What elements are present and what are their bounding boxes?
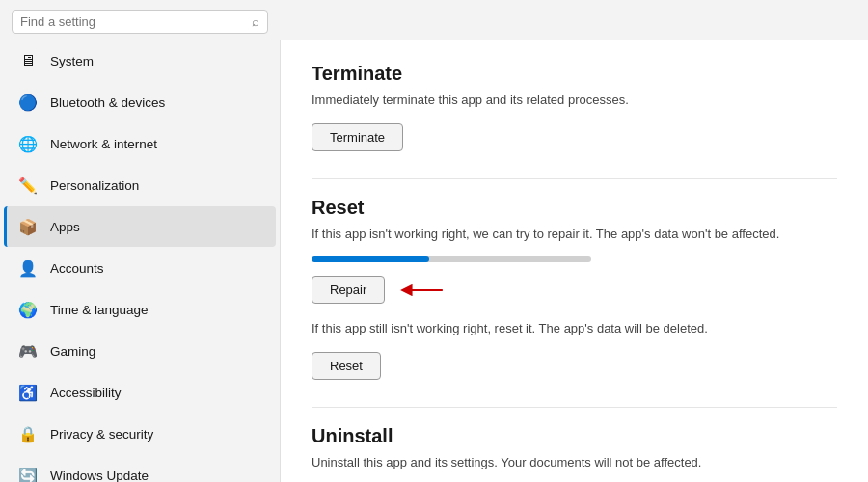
terminate-description: Immediately terminate this app and its r… <box>312 91 837 110</box>
sidebar-item-accounts[interactable]: 👤Accounts <box>4 248 276 288</box>
sidebar-item-apps[interactable]: 📦Apps <box>4 206 276 247</box>
time-icon: 🌍 <box>17 299 39 320</box>
main-layout: 🖥System🔵Bluetooth & devices🌐Network & in… <box>0 40 868 482</box>
accounts-icon: 👤 <box>17 257 39 279</box>
sidebar-label-accounts: Accounts <box>50 261 104 276</box>
reset-repair-description: If this app isn't working right, we can … <box>312 225 837 244</box>
sidebar-label-accessibility: Accessibility <box>50 386 122 400</box>
personalization-icon: ✏️ <box>17 174 39 196</box>
repair-row: Repair <box>312 276 837 304</box>
search-input-wrapper[interactable]: ⌕ <box>12 10 268 34</box>
sidebar-label-system: System <box>50 54 94 68</box>
reset-description: If this app still isn't working right, r… <box>312 319 837 338</box>
divider-1 <box>312 178 837 179</box>
red-arrow-indicator <box>398 277 447 304</box>
terminate-section: Terminate Immediately terminate this app… <box>312 63 837 151</box>
repair-progress-fill <box>312 256 429 262</box>
sidebar-label-privacy: Privacy & security <box>50 427 153 442</box>
divider-2 <box>312 407 837 408</box>
sidebar-label-update: Windows Update <box>50 469 149 483</box>
sidebar-label-time: Time & language <box>50 303 149 317</box>
terminate-title: Terminate <box>312 63 837 85</box>
content-area: Terminate Immediately terminate this app… <box>280 40 868 482</box>
sidebar-item-update[interactable]: 🔄Windows Update <box>4 455 276 482</box>
repair-progress-bar <box>312 256 591 262</box>
reset-button[interactable]: Reset <box>312 352 381 380</box>
sidebar-label-bluetooth: Bluetooth & devices <box>50 95 165 110</box>
sidebar-item-accessibility[interactable]: ♿Accessibility <box>4 372 276 413</box>
uninstall-section: Uninstall Uninstall this app and its set… <box>312 425 837 472</box>
repair-button[interactable]: Repair <box>312 276 385 304</box>
gaming-icon: 🎮 <box>17 340 39 362</box>
sidebar-label-personalization: Personalization <box>50 178 139 193</box>
search-icon: ⌕ <box>252 14 259 29</box>
sidebar: 🖥System🔵Bluetooth & devices🌐Network & in… <box>0 40 280 482</box>
search-input[interactable] <box>20 14 248 29</box>
sidebar-item-system[interactable]: 🖥System <box>4 40 276 81</box>
reset-section: Reset If this app isn't working right, w… <box>312 197 837 380</box>
sidebar-item-time[interactable]: 🌍Time & language <box>4 289 276 330</box>
terminate-button[interactable]: Terminate <box>312 123 403 151</box>
apps-icon: 📦 <box>17 216 39 237</box>
accessibility-icon: ♿ <box>17 382 39 403</box>
privacy-icon: 🔒 <box>17 423 39 444</box>
system-icon: 🖥 <box>17 50 39 71</box>
sidebar-item-bluetooth[interactable]: 🔵Bluetooth & devices <box>4 82 276 122</box>
sidebar-item-privacy[interactable]: 🔒Privacy & security <box>4 414 276 454</box>
bluetooth-icon: 🔵 <box>17 92 39 113</box>
network-icon: 🌐 <box>17 133 39 154</box>
sidebar-label-apps: Apps <box>50 220 80 234</box>
update-icon: 🔄 <box>17 465 39 482</box>
sidebar-label-gaming: Gaming <box>50 344 95 359</box>
uninstall-description: Uninstall this app and its settings. You… <box>312 453 837 472</box>
reset-title: Reset <box>312 197 837 219</box>
search-bar-container: ⌕ <box>0 0 280 40</box>
settings-window: ⌕ 🖥System🔵Bluetooth & devices🌐Network & … <box>0 0 868 482</box>
sidebar-label-network: Network & internet <box>50 137 157 151</box>
sidebar-item-gaming[interactable]: 🎮Gaming <box>4 331 276 371</box>
uninstall-title: Uninstall <box>312 425 837 447</box>
sidebar-item-personalization[interactable]: ✏️Personalization <box>4 165 276 205</box>
sidebar-item-network[interactable]: 🌐Network & internet <box>4 123 276 164</box>
